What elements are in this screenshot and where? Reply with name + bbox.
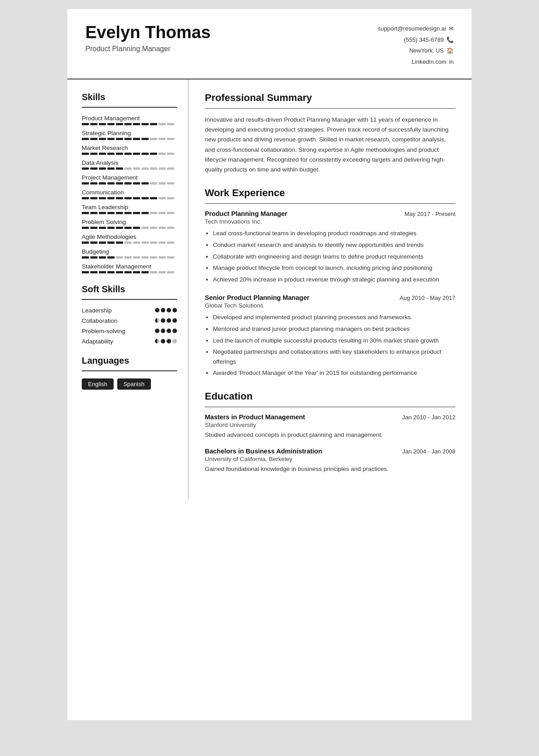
dot bbox=[172, 308, 177, 312]
bar-segment-empty bbox=[150, 227, 157, 229]
bar-segment-filled bbox=[99, 242, 106, 244]
bar-segment-filled bbox=[116, 227, 123, 229]
skill-bar bbox=[82, 212, 177, 214]
bar-segment-filled bbox=[90, 212, 97, 214]
bar-segment-empty bbox=[150, 212, 157, 214]
bar-segment-filled bbox=[82, 256, 89, 259]
bar-segment-empty bbox=[141, 256, 149, 259]
dot bbox=[167, 329, 171, 333]
bar-segment-filled bbox=[124, 197, 132, 199]
bar-segment-empty bbox=[133, 167, 140, 170]
bar-segment-filled bbox=[116, 242, 123, 244]
job-company: Tech Innovations Inc. bbox=[205, 218, 455, 225]
bar-segment-filled bbox=[107, 212, 115, 214]
linkedin-icon: in bbox=[449, 57, 454, 68]
job-title: Senior Product Planning Manager bbox=[205, 294, 309, 301]
edu-header: Masters in Product ManagementJan 2010 - … bbox=[205, 413, 455, 421]
bar-segment-filled bbox=[90, 123, 97, 125]
job-entry: Product Planning ManagerMay 2017 - Prese… bbox=[205, 210, 455, 284]
soft-skill-row: Problem-solving bbox=[82, 328, 177, 334]
skill-item: Communication bbox=[82, 189, 177, 199]
soft-skill-name: Problem-solving bbox=[82, 328, 125, 334]
bar-segment-filled bbox=[107, 167, 115, 170]
email-text: support@resumedesign.ai bbox=[378, 23, 446, 35]
bar-segment-filled bbox=[124, 153, 132, 155]
phone-text: (555) 345-6789 bbox=[404, 35, 444, 46]
bar-segment-empty bbox=[167, 242, 174, 244]
bar-segment-filled bbox=[150, 123, 157, 125]
bar-segment-empty bbox=[150, 271, 157, 273]
dot bbox=[155, 339, 159, 343]
job-bullet: Negotiated partnerships and collaboratio… bbox=[213, 347, 455, 366]
bar-segment-filled bbox=[90, 182, 97, 185]
bar-segment-filled bbox=[133, 227, 140, 229]
bar-segment-filled bbox=[107, 153, 115, 155]
bar-segment-filled bbox=[116, 153, 123, 155]
skill-item: Project Management bbox=[82, 174, 177, 185]
phone-row: (555) 345-6789 📞 bbox=[378, 35, 454, 46]
dot bbox=[172, 339, 177, 343]
bar-segment-empty bbox=[167, 153, 174, 155]
dot bbox=[161, 318, 165, 323]
bar-segment-empty bbox=[167, 212, 174, 214]
bar-segment-empty bbox=[167, 256, 174, 259]
bar-segment-empty bbox=[159, 123, 166, 125]
languages-divider bbox=[82, 370, 177, 371]
skills-list: Product ManagementStrategic PlanningMark… bbox=[82, 115, 177, 273]
bar-segment-empty bbox=[167, 227, 174, 229]
bar-segment-filled bbox=[107, 123, 115, 125]
soft-skill-name: Collaboration bbox=[82, 317, 118, 324]
job-bullet: Conduct market research and analysis to … bbox=[213, 240, 455, 250]
work-experience-divider bbox=[205, 203, 455, 204]
bar-segment-empty bbox=[167, 271, 174, 273]
bar-segment-filled bbox=[133, 138, 140, 140]
job-bullet: Developed and implemented product planni… bbox=[213, 312, 455, 322]
bar-segment-empty bbox=[150, 167, 157, 170]
location-text: NewYork, US bbox=[409, 45, 444, 57]
bar-segment-empty bbox=[159, 167, 166, 170]
dot bbox=[161, 329, 165, 333]
bar-segment-filled bbox=[133, 197, 140, 199]
resume-header: Evelyn Thomas Product Planning Manager s… bbox=[67, 9, 472, 79]
bar-segment-filled bbox=[90, 256, 97, 259]
resume-body: Skills Product ManagementStrategic Plann… bbox=[67, 79, 472, 499]
bar-segment-filled bbox=[124, 123, 132, 125]
soft-skills-list: LeadershipCollaborationProblem-solvingAd… bbox=[82, 307, 177, 345]
bar-segment-filled bbox=[124, 182, 132, 185]
bar-segment-filled bbox=[116, 123, 123, 125]
education-list: Masters in Product ManagementJan 2010 - … bbox=[205, 413, 455, 474]
education-divider bbox=[205, 407, 455, 407]
bar-segment-filled bbox=[133, 123, 140, 125]
soft-skill-dots bbox=[155, 339, 177, 343]
edu-dates: Jan 2010 - Jan 2012 bbox=[402, 414, 455, 421]
bar-segment-filled bbox=[107, 197, 115, 199]
soft-skill-row: Leadership bbox=[82, 307, 177, 314]
soft-skill-name: Adaptability bbox=[82, 338, 113, 345]
edu-entry: Masters in Product ManagementJan 2010 - … bbox=[205, 413, 455, 440]
skills-section: Skills Product ManagementStrategic Plann… bbox=[82, 92, 177, 273]
bar-segment-filled bbox=[99, 212, 106, 214]
skill-bar bbox=[82, 182, 177, 185]
bar-segment-filled bbox=[99, 123, 106, 125]
job-company: Global Tech Solutions bbox=[205, 302, 455, 309]
dot bbox=[155, 308, 159, 312]
bar-segment-filled bbox=[82, 182, 89, 185]
candidate-name: Evelyn Thomas bbox=[85, 23, 211, 42]
bar-segment-empty bbox=[167, 123, 174, 125]
bar-segment-filled bbox=[141, 182, 149, 185]
location-row: NewYork, US 🏠 bbox=[378, 45, 454, 57]
language-tag: Spanish bbox=[117, 378, 151, 390]
job-bullet: Awarded 'Product Manager of the Year' in… bbox=[213, 368, 455, 378]
bar-segment-filled bbox=[90, 153, 97, 155]
linkedin-text: LinkedIn.com bbox=[412, 57, 446, 68]
job-bullet: Lead cross-functional teams in developin… bbox=[213, 229, 455, 238]
dot bbox=[161, 339, 165, 343]
soft-skill-dots bbox=[155, 308, 177, 312]
bar-segment-empty bbox=[167, 167, 174, 170]
right-column: Professional Summary Innovative and resu… bbox=[189, 79, 472, 499]
skill-name: Product Management bbox=[82, 115, 177, 122]
job-bullet: Mentored and trained junior product plan… bbox=[213, 324, 455, 334]
bar-segment-filled bbox=[82, 227, 89, 229]
edu-degree: Masters in Product Management bbox=[205, 413, 305, 421]
skill-item: Problem Solving bbox=[82, 219, 177, 229]
